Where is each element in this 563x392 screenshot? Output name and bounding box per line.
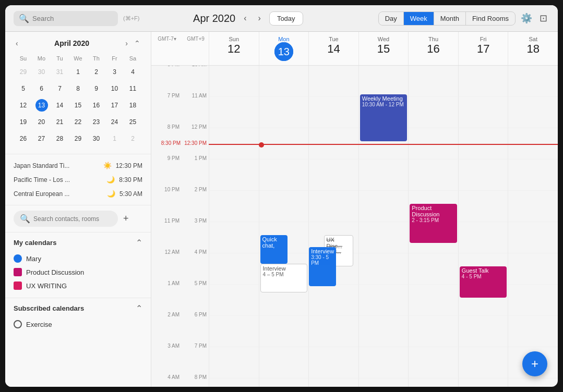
time-cell[interactable] <box>259 97 309 128</box>
time-cell[interactable] <box>308 66 358 97</box>
event-product-discussion[interactable]: Product Discussion2 - 3:15 PM <box>410 204 457 243</box>
next-month-button[interactable]: › <box>255 11 264 25</box>
time-cell[interactable] <box>408 316 458 347</box>
day-header-sat[interactable]: Sat 18 <box>508 32 558 65</box>
time-cell[interactable] <box>209 97 259 128</box>
view-findrooms-button[interactable]: Find Rooms <box>466 12 515 25</box>
mini-cal-day[interactable]: 7 <box>51 81 68 96</box>
mini-cal-day[interactable]: 10 <box>106 81 123 96</box>
search-contacts-input[interactable] <box>33 215 112 223</box>
time-cell[interactable] <box>308 285 358 316</box>
time-cell[interactable] <box>458 66 508 97</box>
time-cell[interactable] <box>408 285 458 316</box>
time-cell[interactable] <box>508 191 558 222</box>
time-cell[interactable] <box>508 160 558 191</box>
mini-cal-day[interactable]: 14 <box>51 97 68 113</box>
time-cell[interactable] <box>458 378 508 387</box>
mini-cal-day[interactable]: 30 <box>88 131 105 146</box>
settings-icon[interactable]: ⚙️ <box>519 10 534 26</box>
time-cell[interactable] <box>358 160 409 191</box>
time-cell[interactable] <box>308 128 358 160</box>
time-cell[interactable] <box>358 316 409 347</box>
mini-cal-day[interactable]: 21 <box>51 114 68 130</box>
mini-cal-day[interactable]: 1 <box>106 131 123 146</box>
mini-cal-day[interactable]: 11 <box>124 81 141 96</box>
calendar-item-exercise[interactable]: Exercise <box>14 317 142 331</box>
mini-cal-day[interactable]: 2 <box>88 64 105 80</box>
time-cell[interactable] <box>209 66 259 97</box>
time-cell[interactable] <box>458 316 508 347</box>
day-header-sun[interactable]: Sun 12 <box>209 32 259 65</box>
view-day-button[interactable]: Day <box>379 12 404 25</box>
time-grid-scroll[interactable]: 6 PM10 AM7 PM11 AM8 PM12 PM9 PM1 PM10 PM… <box>151 66 558 387</box>
mini-cal-day[interactable]: 26 <box>15 131 32 146</box>
mini-cal-day[interactable]: 17 <box>106 97 123 113</box>
time-cell[interactable] <box>308 160 358 191</box>
add-event-fab[interactable]: + <box>522 351 547 376</box>
day-header-fri[interactable]: Fri 17 <box>458 32 508 65</box>
time-cell[interactable] <box>308 316 358 347</box>
search-input[interactable] <box>32 15 120 22</box>
mini-cal-day[interactable]: 1 <box>69 64 87 80</box>
time-cell[interactable] <box>408 97 458 128</box>
event-guest-talk[interactable]: Guest Talk4 - 5 PM <box>460 266 507 298</box>
event-quick-chat[interactable]: Quick chat, <box>260 235 288 264</box>
time-cell[interactable] <box>209 378 259 387</box>
time-cell[interactable] <box>508 97 558 128</box>
mini-cal-day[interactable]: 24 <box>106 114 123 130</box>
mini-cal-day[interactable]: 25 <box>124 114 141 130</box>
time-cell[interactable] <box>358 347 409 378</box>
time-cell[interactable] <box>358 253 409 285</box>
time-cell[interactable] <box>508 316 558 347</box>
time-cell[interactable] <box>508 66 558 97</box>
my-calendars-expand[interactable]: ⌃ <box>136 238 142 248</box>
time-cell[interactable] <box>508 222 558 253</box>
time-cell[interactable] <box>308 347 358 378</box>
time-cell[interactable] <box>408 160 458 191</box>
search-contacts-box[interactable]: 🔍 <box>14 211 118 227</box>
calendar-item-product[interactable]: Product Discussion <box>14 265 142 279</box>
mini-cal-day[interactable]: 9 <box>88 81 105 96</box>
time-cell[interactable] <box>259 66 309 97</box>
subscribed-calendars-expand[interactable]: ⌃ <box>136 303 142 313</box>
time-cell[interactable] <box>308 191 358 222</box>
time-cell[interactable] <box>458 222 508 253</box>
expand-icon[interactable]: ⊡ <box>537 10 549 26</box>
mini-cal-day[interactable]: 22 <box>69 114 87 130</box>
mini-cal-day[interactable]: 19 <box>15 114 32 130</box>
today-button[interactable]: Today <box>269 11 303 26</box>
time-cell[interactable] <box>358 285 409 316</box>
time-cell[interactable] <box>209 160 259 191</box>
time-cell[interactable] <box>209 285 259 316</box>
day-header-thu[interactable]: Thu 16 <box>408 32 458 65</box>
day-header-mon[interactable]: Mon 13 <box>259 32 309 65</box>
time-cell[interactable] <box>508 253 558 285</box>
time-cell[interactable] <box>508 378 558 387</box>
time-cell[interactable] <box>259 316 309 347</box>
calendar-item-mary[interactable]: Mary <box>14 252 142 265</box>
time-cell[interactable] <box>358 222 409 253</box>
mini-cal-day[interactable]: 15 <box>69 97 87 113</box>
mini-cal-day[interactable]: 4 <box>124 64 141 80</box>
mini-next-button[interactable]: › <box>123 38 130 48</box>
prev-month-button[interactable]: ‹ <box>241 11 249 25</box>
time-cell[interactable] <box>209 253 259 285</box>
time-cell[interactable] <box>259 378 309 387</box>
time-cell[interactable] <box>408 347 458 378</box>
time-cell[interactable] <box>458 160 508 191</box>
mini-cal-day[interactable]: 27 <box>33 131 50 146</box>
search-box[interactable]: 🔍 (⌘+F) <box>14 11 118 26</box>
mini-cal-day[interactable]: 5 <box>15 81 32 96</box>
time-cell[interactable] <box>408 128 458 160</box>
time-cell[interactable] <box>508 285 558 316</box>
time-cell[interactable] <box>458 347 508 378</box>
time-cell[interactable] <box>209 347 259 378</box>
mini-cal-day[interactable]: 29 <box>15 64 32 80</box>
mini-expand-button[interactable]: ⌃ <box>132 38 142 48</box>
calendar-item-ux[interactable]: UX WRITING <box>14 279 142 292</box>
time-cell[interactable] <box>259 128 309 160</box>
mini-cal-day[interactable]: 23 <box>88 114 105 130</box>
time-cell[interactable] <box>408 253 458 285</box>
time-cell[interactable] <box>259 160 309 191</box>
time-cell[interactable] <box>209 128 259 160</box>
